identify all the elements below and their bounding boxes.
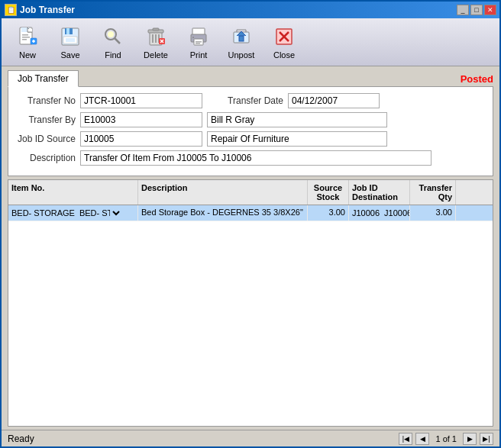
delete-label: Delete [144,50,168,60]
svg-point-18 [108,31,114,37]
transfer-date-input[interactable] [288,93,380,108]
job-id-dest-dropdown[interactable]: J10006 [381,208,410,218]
new-label: New [19,50,36,60]
col-header-job-id-dest: Job IDDestination [349,180,410,205]
delete-icon [144,24,168,49]
page-info: 1 of 1 [432,434,460,443]
find-label: Find [105,50,121,60]
svg-rect-32 [196,43,200,44]
unpost-label: Unpost [228,50,255,60]
form-row-transfer-by: Transfer By [15,112,486,127]
print-icon [186,24,211,49]
cell-transfer-qty: 3.00 [410,205,456,221]
col-header-source-stock: SourceStock [308,180,349,205]
tab-job-transfer[interactable]: Job Transfer [8,70,79,87]
window-title: Job Transfer [20,5,75,15]
svg-rect-5 [22,34,28,36]
col-header-description: Description [138,180,308,205]
tab-header: Job Transfer Posted [8,69,493,86]
job-id-source-input[interactable] [80,131,202,147]
job-id-source-label: Job ID Source [15,134,76,144]
title-bar-left: 📋 Job Transfer [5,4,75,16]
svg-rect-7 [22,39,27,40]
app-icon: 📋 [5,4,17,16]
tab-label: Job Transfer [18,73,69,84]
close-label: Close [273,50,295,60]
cell-source-stock: 3.00 [308,205,349,221]
maximize-button[interactable]: □ [470,5,483,15]
cell-description: Bed Storage Box - DEGERNES 35 3/8X26" [138,205,308,221]
item-no-dropdown[interactable]: BED- STORAGE [76,208,122,218]
save-button[interactable]: Save [50,21,90,63]
table-row[interactable]: BED- STORAGE BED- STORAGE Bed Storage Bo… [8,205,493,221]
save-label: Save [60,50,79,60]
toolbar: New Save [2,18,499,66]
main-window: 📋 Job Transfer _ □ ✕ [0,0,501,448]
save-icon [58,24,82,49]
status-text: Ready [8,433,34,444]
close-icon [272,24,296,49]
transfer-no-input[interactable] [80,93,202,108]
description-input[interactable] [80,150,432,166]
new-icon [15,24,40,49]
new-button[interactable]: New [8,21,47,63]
grid-body: BED- STORAGE BED- STORAGE Bed Storage Bo… [8,205,493,426]
form-row-description: Description [15,150,486,166]
transfer-by-label: Transfer By [15,114,76,125]
title-bar: 📋 Job Transfer _ □ ✕ [2,2,499,18]
svg-rect-21 [153,28,159,31]
print-button[interactable]: Print [179,21,218,63]
nav-prev-button[interactable]: ◀ [415,433,429,445]
cell-item-no: BED- STORAGE BED- STORAGE [8,205,138,221]
status-bar: Ready |◀ ◀ 1 of 1 ▶ ▶| [2,430,499,446]
minimize-button[interactable]: _ [457,5,469,15]
nav-next-button[interactable]: ▶ [463,433,477,445]
tab-area: Job Transfer Posted [2,66,499,86]
form-row-job-id-source: Job ID Source [15,131,486,147]
delete-button[interactable]: Delete [136,21,176,63]
svg-rect-13 [66,28,69,34]
grid-container: Item No. Description SourceStock Job IDD… [8,179,493,427]
item-no-value: BED- STORAGE [11,208,75,218]
svg-rect-35 [239,36,244,41]
svg-rect-31 [196,41,202,43]
nav-first-button[interactable]: |◀ [399,433,412,445]
nav-controls: |◀ ◀ 1 of 1 ▶ ▶| [399,433,493,445]
svg-point-33 [192,37,194,38]
unpost-icon [229,24,254,49]
unpost-button[interactable]: Unpost [221,21,261,63]
grid-header: Item No. Description SourceStock Job IDD… [8,180,493,205]
svg-line-17 [115,38,120,44]
cell-job-id-dest: J10006 J10006 [349,205,410,221]
print-label: Print [190,50,208,60]
svg-rect-6 [22,37,30,38]
description-label: Description [15,153,76,163]
job-id-dest-value: J10006 [352,208,380,218]
col-header-transfer-qty: TransferQty [410,180,456,205]
find-button[interactable]: Find [93,21,133,63]
form-panel: Transfer No Transfer Date Transfer By Jo… [8,86,493,176]
transfer-by-input[interactable] [80,112,202,127]
window-close-button[interactable]: ✕ [484,5,496,15]
posted-badge: Posted [461,73,493,86]
col-header-item-no: Item No. [8,180,138,205]
nav-last-button[interactable]: ▶| [480,433,493,445]
svg-rect-2 [27,29,32,32]
transfer-no-label: Transfer No [15,95,76,106]
close-button[interactable]: Close [264,21,304,63]
form-row-transfer-no: Transfer No Transfer Date [15,93,486,108]
transfer-date-label: Transfer Date [215,95,283,106]
find-icon [101,24,125,49]
svg-rect-15 [66,38,75,42]
transfer-by-name-input[interactable] [207,112,387,127]
job-id-source-name-input[interactable] [207,131,387,147]
title-buttons: _ □ ✕ [457,5,496,15]
